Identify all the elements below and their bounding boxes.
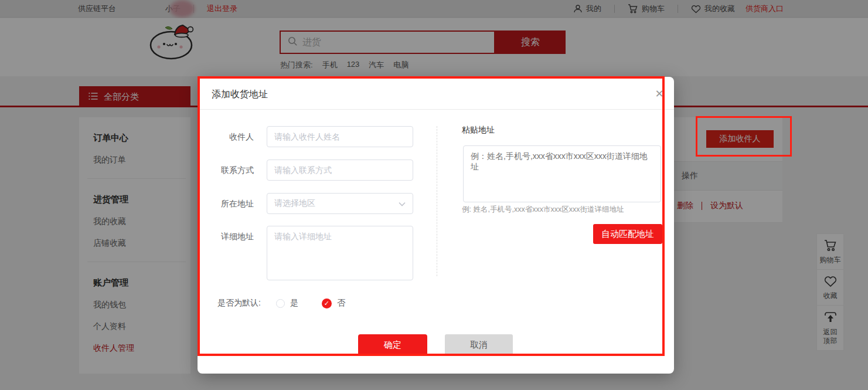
- region-label: 所在地址: [198, 193, 254, 214]
- detail-address-label: 详细地址: [198, 226, 254, 247]
- column-divider: [437, 126, 437, 276]
- default-label: 是否为默认:: [217, 298, 261, 308]
- radio-no-checked[interactable]: ✓: [322, 299, 332, 308]
- page: 供应链平台 小 子 退出登录 我的 购物车: [0, 0, 868, 390]
- detail-address-textarea[interactable]: [267, 226, 413, 280]
- radio-yes-label[interactable]: 是: [290, 298, 298, 308]
- paste-address-textarea[interactable]: [463, 145, 661, 202]
- modal-header-divider: [198, 109, 674, 110]
- radio-yes[interactable]: [276, 299, 285, 308]
- default-row: 是否为默认: 是 ✓ 否: [217, 298, 345, 308]
- recipient-input[interactable]: [267, 126, 413, 147]
- auto-match-button[interactable]: 自动匹配地址: [593, 224, 662, 244]
- add-address-modal: 添加收货地址 ✕ 收件人 联系方式 所在地址 请选择地区 详细地址 粘贴地址 例…: [198, 77, 674, 374]
- confirm-button[interactable]: 确定: [358, 334, 427, 355]
- modal-title: 添加收货地址: [212, 89, 268, 101]
- region-select-placeholder: 请选择地区: [274, 198, 315, 209]
- contact-input[interactable]: [267, 160, 413, 181]
- cancel-button[interactable]: 取消: [445, 334, 513, 355]
- region-select[interactable]: 请选择地区: [267, 193, 413, 214]
- close-icon[interactable]: ✕: [652, 87, 666, 100]
- radio-no-label[interactable]: 否: [337, 298, 345, 308]
- paste-address-hint: 例: 姓名,手机号,xxx省xxx市xxx区xxx街道详细地址: [462, 205, 624, 215]
- contact-label: 联系方式: [198, 160, 254, 181]
- chevron-down-icon: [399, 198, 406, 209]
- paste-address-label: 粘贴地址: [462, 125, 495, 135]
- recipient-label: 收件人: [198, 126, 254, 147]
